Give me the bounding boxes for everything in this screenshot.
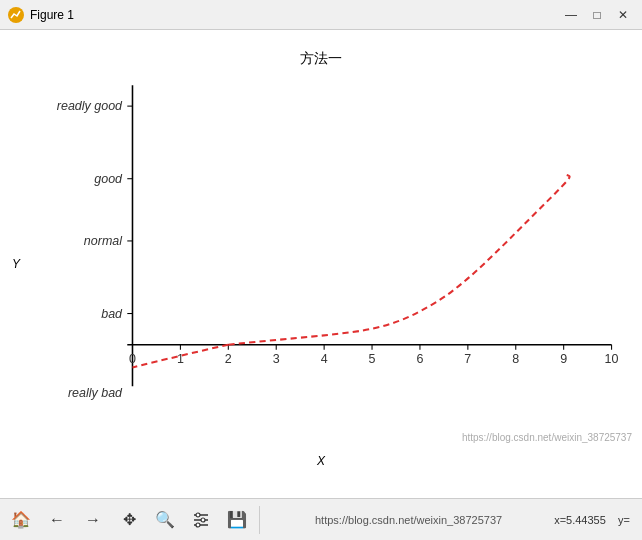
svg-text:normal: normal	[84, 234, 123, 248]
home-button[interactable]: 🏠	[4, 503, 38, 537]
toolbar: 🏠 ← → ✥ 🔍 💾 https://blog.csdn.net/weixin…	[0, 498, 642, 540]
svg-text:good: good	[94, 172, 123, 186]
watermark: https://blog.csdn.net/weixin_38725737	[462, 432, 632, 443]
svg-text:readly good: readly good	[57, 99, 123, 113]
title-bar: Figure 1 — □ ✕	[0, 0, 642, 30]
forward-button[interactable]: →	[76, 503, 110, 537]
toolbar-coords: x=5.44355 y=	[554, 514, 630, 526]
back-button[interactable]: ←	[40, 503, 74, 537]
svg-text:8: 8	[512, 352, 519, 366]
toolbar-status: https://blog.csdn.net/weixin_38725737	[265, 514, 552, 526]
svg-point-37	[201, 518, 205, 522]
svg-text:7: 7	[464, 352, 471, 366]
svg-text:10: 10	[605, 352, 619, 366]
pan-button[interactable]: ✥	[112, 503, 146, 537]
zoom-button[interactable]: 🔍	[148, 503, 182, 537]
svg-text:really bad: really bad	[68, 386, 123, 400]
figure-icon	[8, 7, 24, 23]
maximize-button[interactable]: □	[586, 5, 608, 25]
x-axis-label: X	[0, 454, 642, 468]
close-button[interactable]: ✕	[612, 5, 634, 25]
chart-plot-area: readly good good normal bad really bad 0…	[70, 75, 622, 438]
save-button[interactable]: 💾	[220, 503, 254, 537]
svg-text:bad: bad	[101, 307, 123, 321]
y-axis-label: Y	[12, 257, 20, 271]
svg-text:3: 3	[273, 352, 280, 366]
svg-text:4: 4	[321, 352, 328, 366]
title-bar-left: Figure 1	[8, 7, 74, 23]
svg-point-36	[196, 513, 200, 517]
x-coord: x=5.44355	[554, 514, 606, 526]
svg-point-38	[196, 523, 200, 527]
chart-title: 方法一	[0, 50, 642, 68]
toolbar-separator	[259, 506, 260, 534]
window-controls: — □ ✕	[560, 5, 634, 25]
window-title: Figure 1	[30, 8, 74, 22]
svg-text:9: 9	[560, 352, 567, 366]
chart-svg: readly good good normal bad really bad 0…	[70, 75, 622, 438]
svg-text:6: 6	[416, 352, 423, 366]
configure-button[interactable]	[184, 503, 218, 537]
minimize-button[interactable]: —	[560, 5, 582, 25]
y-coord: y=	[618, 514, 630, 526]
svg-text:2: 2	[225, 352, 232, 366]
svg-text:5: 5	[369, 352, 376, 366]
svg-text:0: 0	[129, 352, 136, 366]
figure-area: 方法一 Y X readly good good normal bad real…	[0, 30, 642, 498]
